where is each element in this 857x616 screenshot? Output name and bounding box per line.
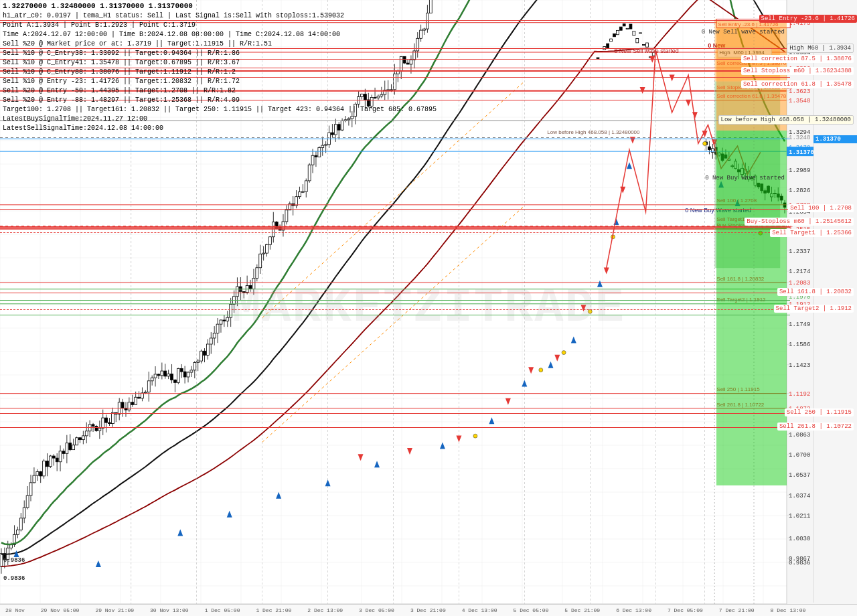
time-axis-bar: 28 Nov 29 Nov 05:00 29 Nov 21:00 30 Nov … xyxy=(0,604,857,616)
time-bar-text: 28 Nov 29 Nov 05:00 29 Nov 21:00 30 Nov … xyxy=(5,607,805,613)
right-axis xyxy=(813,0,857,603)
chart-container: MARKETZITRADE 1.32270000 1.32480000 1.31… xyxy=(0,0,857,616)
current-price-box: 1.31370 xyxy=(813,135,857,143)
chart-canvas xyxy=(0,0,857,616)
